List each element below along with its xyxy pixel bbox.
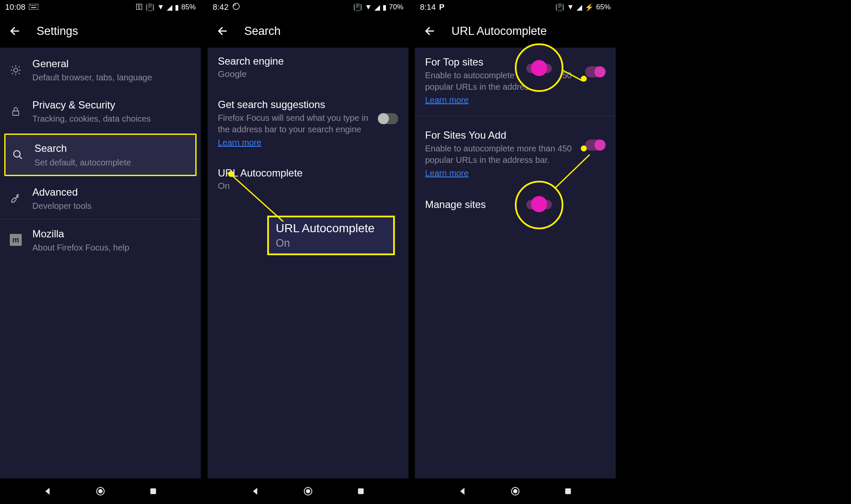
callout-title: URL Autocomplete (276, 222, 386, 235)
nav-recent[interactable] (355, 485, 367, 497)
gear-icon (9, 63, 23, 77)
callout-value: On (276, 237, 386, 249)
settings-item-advanced[interactable]: Advanced Developer tools (0, 178, 201, 219)
manage-sites-row[interactable]: Manage sites (415, 186, 616, 218)
status-bar: 10:08 ⚿ 📳 ▼ ◢ ▮ 85% (0, 0, 201, 14)
item-sub: Default browser, tabs, language (32, 72, 192, 83)
nav-back[interactable] (249, 485, 261, 497)
svg-rect-7 (13, 111, 19, 115)
back-button[interactable] (423, 24, 437, 38)
nav-back[interactable] (42, 485, 54, 497)
learn-more-link[interactable]: Learn more (425, 168, 468, 178)
wrench-icon (9, 191, 23, 205)
row-desc: Enable to autocomplete more than 450 pop… (425, 70, 579, 93)
back-button[interactable] (9, 24, 22, 38)
settings-item-general[interactable]: General Default browser, tabs, language (0, 49, 201, 91)
item-label: Search (34, 142, 190, 155)
wifi-icon: ▼ (365, 3, 372, 11)
settings-list: General Default browser, tabs, language … (0, 48, 201, 478)
app-bar: Settings (0, 14, 201, 48)
annotation-toggle-knob (531, 196, 547, 212)
svg-rect-15 (358, 488, 363, 494)
nav-recent[interactable] (147, 485, 159, 497)
signal-icon: ◢ (167, 3, 172, 12)
battery-icon: ▮ (175, 3, 179, 12)
nav-back[interactable] (457, 485, 468, 497)
app-bar: Search (208, 14, 408, 48)
svg-point-6 (14, 68, 17, 72)
url-autocomplete-row[interactable]: URL Autocomplete On (208, 155, 408, 199)
svg-rect-2 (32, 5, 33, 6)
wifi-icon: ▼ (567, 3, 574, 11)
item-label: Advanced (32, 185, 192, 199)
nav-recent[interactable] (562, 485, 574, 497)
status-time: 10:08 (5, 3, 26, 12)
status-bar: 8:42 📳 ▼ ◢ ▮ 70% (208, 0, 408, 14)
keyboard-icon (29, 3, 38, 12)
svg-rect-1 (30, 5, 31, 6)
item-sub: Set default, autocomplete (34, 157, 190, 168)
autocomplete-settings-list: For Top sites Enable to autocomplete mor… (415, 48, 616, 478)
item-sub: About Firefox Focus, help (32, 242, 192, 253)
item-label: General (32, 57, 192, 70)
mozilla-icon: m (9, 233, 23, 247)
top-sites-toggle[interactable] (585, 66, 605, 77)
vibrate-icon: 📳 (353, 3, 362, 12)
vibrate-icon: 📳 (555, 3, 564, 12)
annotation-callout: URL Autocomplete On (267, 216, 395, 255)
screen-settings: 10:08 ⚿ 📳 ▼ ◢ ▮ 85% Settings General Def… (0, 0, 201, 504)
annotation-dot (228, 171, 234, 177)
battery-pct: 70% (389, 3, 403, 11)
row-title: For Sites You Add (425, 129, 579, 141)
settings-item-mozilla[interactable]: m Mozilla About Firefox Focus, help (0, 219, 201, 261)
row-desc: Enable to autocomplete more than 450 pop… (425, 143, 579, 166)
sites-you-add-toggle[interactable] (585, 140, 605, 151)
signal-icon: ◢ (577, 3, 582, 12)
learn-more-link[interactable]: Learn more (218, 138, 261, 148)
vibrate-icon: 📳 (146, 3, 154, 12)
p-icon: P (439, 3, 445, 12)
back-button[interactable] (216, 24, 230, 38)
row-title: Search engine (218, 55, 398, 67)
nav-home[interactable] (509, 485, 521, 497)
row-title: URL Autocomplete (218, 167, 398, 179)
android-nav-bar (208, 478, 408, 504)
status-time: 8:14 (420, 3, 436, 12)
search-suggestions-row[interactable]: Get search suggestions Firefox Focus wil… (208, 87, 408, 155)
settings-item-search[interactable]: Search Set default, autocomplete (4, 134, 197, 176)
nav-home[interactable] (302, 485, 314, 497)
nav-home[interactable] (94, 485, 106, 497)
svg-point-12 (233, 3, 239, 9)
suggestions-toggle[interactable] (378, 113, 398, 124)
android-nav-bar (415, 478, 616, 504)
page-title: URL Autocomplete (451, 25, 547, 38)
signal-icon: ◢ (374, 3, 380, 12)
screen-url-autocomplete: 8:14 P 📳 ▼ ◢ ⚡ 65% URL Autocomplete For … (415, 0, 616, 504)
row-value: Google (218, 69, 398, 79)
android-nav-bar (0, 478, 201, 504)
svg-rect-18 (565, 488, 571, 494)
annotation-toggle-knob (531, 60, 547, 76)
row-desc: Firefox Focus will send what you type in… (218, 112, 372, 135)
page-title: Settings (37, 25, 78, 38)
svg-rect-11 (150, 488, 156, 494)
learn-more-link[interactable]: Learn more (425, 95, 468, 105)
svg-rect-5 (31, 7, 36, 8)
svg-point-8 (14, 151, 20, 157)
status-time: 8:42 (213, 3, 228, 12)
wifi-icon: ▼ (157, 3, 164, 11)
svg-rect-4 (35, 5, 36, 6)
annotation-dot-top (581, 76, 587, 82)
battery-icon: ⚡ (585, 3, 594, 12)
battery-pct: 65% (596, 3, 611, 11)
firefox-icon (232, 2, 240, 13)
svg-point-14 (306, 490, 310, 493)
search-engine-row[interactable]: Search engine Google (208, 49, 408, 87)
battery-pct: 85% (181, 3, 196, 11)
key-icon: ⚿ (136, 3, 143, 11)
settings-item-privacy[interactable]: Privacy & Security Tracking, cookies, da… (0, 91, 201, 132)
svg-point-10 (99, 490, 102, 493)
search-icon (11, 148, 25, 162)
lock-icon (9, 104, 23, 119)
sites-you-add-row[interactable]: For Sites You Add Enable to autocomplete… (415, 117, 616, 186)
